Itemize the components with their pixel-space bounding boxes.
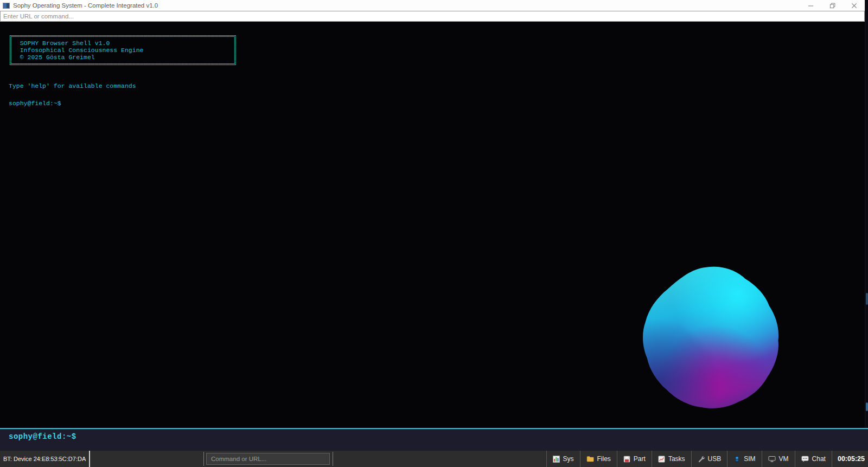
url-input[interactable] bbox=[0, 11, 865, 22]
taskbar-item-part[interactable]: Part bbox=[617, 451, 652, 467]
taskbar-item-chat[interactable]: Chat bbox=[795, 451, 832, 467]
bluetooth-status[interactable]: BT: Device 24:E8:53:5C:D7:DA bbox=[0, 451, 90, 467]
taskbar-command-input[interactable] bbox=[206, 453, 330, 465]
bar-chart-icon bbox=[553, 456, 560, 463]
folder-icon bbox=[586, 456, 594, 462]
window-title: Sophy Operating System - Complete Integr… bbox=[13, 2, 158, 9]
prompt-bar-accent-line bbox=[0, 428, 868, 429]
wrench-icon bbox=[698, 456, 705, 463]
scrollbar-thumb[interactable] bbox=[866, 293, 868, 305]
taskbar-item-tasks[interactable]: Tasks bbox=[652, 451, 691, 467]
taskbar-item-label: USB bbox=[708, 455, 722, 463]
chat-bubble-icon bbox=[801, 456, 809, 462]
sophy-os-window: Sophy Operating System - Complete Integr… bbox=[0, 0, 868, 467]
taskbar-item-usb[interactable]: USB bbox=[691, 451, 727, 467]
app-icon bbox=[3, 3, 10, 9]
close-button[interactable] bbox=[843, 0, 865, 11]
taskbar: BT: Device 24:E8:53:5C:D7:DA Sys Files P… bbox=[0, 451, 868, 467]
taskbar-item-label: SIM bbox=[744, 455, 755, 463]
terminal-prompt-line: sophy@field:~$ bbox=[9, 100, 61, 107]
minimize-button[interactable] bbox=[800, 0, 821, 11]
prompt-bar[interactable]: sophy@field:~$ bbox=[0, 429, 868, 451]
restore-icon bbox=[829, 3, 835, 9]
taskbar-clock[interactable]: 00:05:25 bbox=[832, 451, 868, 467]
sim-phone-icon bbox=[733, 456, 741, 463]
taskbar-item-label: VM bbox=[779, 455, 789, 463]
terminal-help-text: Type 'help' for available commands bbox=[9, 82, 136, 89]
shell-banner: ╔═══════════════════════════════════════… bbox=[9, 33, 237, 68]
taskbar-item-label: Files bbox=[597, 455, 611, 463]
taskbar-separator bbox=[203, 452, 204, 466]
taskbar-separator bbox=[333, 452, 333, 466]
taskbar-item-vm[interactable]: VM bbox=[762, 451, 795, 467]
taskbar-item-label: Chat bbox=[812, 455, 826, 463]
title-bar: Sophy Operating System - Complete Integr… bbox=[0, 0, 865, 11]
monitor-icon bbox=[768, 456, 776, 462]
restore-button[interactable] bbox=[821, 0, 843, 11]
task-chart-icon bbox=[658, 456, 665, 463]
taskbar-item-files[interactable]: Files bbox=[580, 451, 617, 467]
close-icon bbox=[851, 3, 857, 9]
taskbar-item-label: Tasks bbox=[668, 455, 685, 463]
floppy-disk-icon bbox=[623, 456, 630, 463]
taskbar-item-label: Part bbox=[634, 455, 646, 463]
window-controls bbox=[800, 0, 865, 11]
minimize-icon bbox=[808, 3, 814, 9]
consciousness-orb bbox=[627, 262, 786, 419]
taskbar-item-sim[interactable]: SIM bbox=[727, 451, 761, 467]
url-bar bbox=[0, 11, 865, 22]
taskbar-item-sys[interactable]: Sys bbox=[546, 451, 580, 467]
taskbar-buttons: Sys Files Part Tasks USB SIM bbox=[546, 451, 868, 467]
prompt-bar-text: sophy@field:~$ bbox=[9, 432, 76, 441]
scrollbar-track bbox=[865, 0, 868, 451]
terminal-area: ╔═══════════════════════════════════════… bbox=[0, 22, 868, 428]
scrollbar-thumb[interactable] bbox=[866, 402, 868, 411]
taskbar-item-label: Sys bbox=[563, 455, 574, 463]
